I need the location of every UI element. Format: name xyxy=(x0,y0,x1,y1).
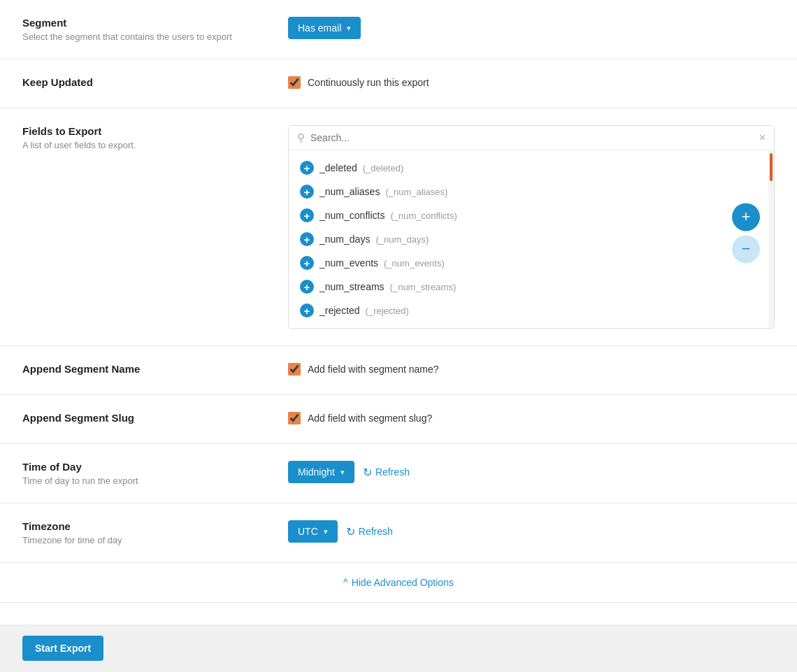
add-field-icon[interactable]: + xyxy=(300,280,314,294)
fields-label-group: Fields to Export A list of user fields t… xyxy=(22,125,288,150)
time-of-day-heading: Time of Day xyxy=(22,461,288,473)
segment-content: Has email ▾ xyxy=(288,17,775,39)
time-of-day-refresh-label: Refresh xyxy=(375,466,410,478)
timezone-section: Timezone Timezone for time of day UTC ▾ … xyxy=(0,503,797,563)
list-item[interactable]: + _rejected (_rejected) xyxy=(289,299,768,322)
time-of-day-dropdown-value: Midnight xyxy=(298,466,335,478)
fields-container: + _deleted (_deleted) + _num_aliases (_n… xyxy=(289,150,774,328)
keep-updated-checkbox[interactable] xyxy=(288,76,301,89)
field-name: _num_streams xyxy=(319,281,385,292)
field-key: (_rejected) xyxy=(366,306,409,316)
append-segment-slug-checkbox-row: Add field with segment slug? xyxy=(288,412,432,424)
chevron-down-icon: ▾ xyxy=(340,468,345,477)
field-name: _num_days xyxy=(319,234,370,245)
fields-description: A list of user fields to export. xyxy=(22,140,288,150)
field-name: _deleted xyxy=(319,162,357,173)
keep-updated-label-group: Keep Updated xyxy=(22,76,288,91)
list-item[interactable]: + _num_conflicts (_num_conflicts) xyxy=(289,203,768,227)
keep-updated-checkbox-label[interactable]: Continuously run this export xyxy=(308,77,429,88)
list-item[interactable]: + _num_days (_num_days) xyxy=(289,227,768,251)
slider-plus-button[interactable]: + xyxy=(732,203,760,231)
time-of-day-content: Midnight ▾ ↻ Refresh xyxy=(288,461,775,483)
slider-minus-button[interactable]: − xyxy=(732,235,760,263)
append-segment-name-label[interactable]: Add field with segment name? xyxy=(308,364,439,375)
append-segment-name-label-group: Append Segment Name xyxy=(22,363,288,378)
main-content: Segment Select the segment that contains… xyxy=(0,0,797,624)
footer: Start Export xyxy=(0,624,797,672)
field-name: _num_aliases xyxy=(319,186,380,197)
clear-search-icon[interactable]: × xyxy=(759,131,766,144)
time-of-day-description: Time of day to run the export xyxy=(22,476,288,486)
segment-heading: Segment xyxy=(22,17,288,29)
field-key: (_num_aliases) xyxy=(385,187,447,197)
hide-advanced-options-link[interactable]: ^ Hide Advanced Options xyxy=(343,577,454,588)
timezone-refresh-link[interactable]: ↻ Refresh xyxy=(346,525,393,538)
field-name: _num_events xyxy=(319,257,378,269)
append-segment-name-checkbox-row: Add field with segment name? xyxy=(288,363,439,376)
keep-updated-section: Keep Updated Continuously run this expor… xyxy=(0,59,797,108)
append-segment-name-checkbox[interactable] xyxy=(288,363,301,376)
append-segment-slug-checkbox[interactable] xyxy=(288,412,301,424)
timezone-label-group: Timezone Timezone for time of day xyxy=(22,520,288,545)
append-segment-name-heading: Append Segment Name xyxy=(22,363,288,375)
append-segment-slug-label[interactable]: Add field with segment slug? xyxy=(308,413,432,424)
keep-updated-checkbox-row: Continuously run this export xyxy=(288,76,429,89)
timezone-refresh-label: Refresh xyxy=(359,526,393,537)
timezone-dropdown-value: UTC xyxy=(298,526,318,537)
slider-controls: + − xyxy=(732,203,760,263)
time-of-day-refresh-link[interactable]: ↻ Refresh xyxy=(363,466,410,479)
fields-search-bar: ⚲ × xyxy=(289,126,774,150)
chevron-down-icon: ▾ xyxy=(324,527,328,536)
field-name: _num_conflicts xyxy=(319,210,385,221)
field-key: (_num_days) xyxy=(375,234,429,245)
add-field-icon[interactable]: + xyxy=(300,256,314,270)
append-segment-slug-section: Append Segment Slug Add field with segme… xyxy=(0,395,797,444)
timezone-description: Timezone for time of day xyxy=(22,535,288,545)
fields-to-export-section: Fields to Export A list of user fields t… xyxy=(0,108,797,346)
timezone-dropdown[interactable]: UTC ▾ xyxy=(288,520,338,543)
scroll-thumb xyxy=(770,153,773,181)
append-segment-slug-heading: Append Segment Slug xyxy=(22,412,288,424)
keep-updated-content: Continuously run this export xyxy=(288,76,775,89)
hide-advanced-options-label: Hide Advanced Options xyxy=(352,577,454,588)
field-key: (_num_events) xyxy=(384,258,445,269)
hide-advanced-options-section: ^ Hide Advanced Options xyxy=(0,563,797,603)
time-of-day-label-group: Time of Day Time of day to run the expor… xyxy=(22,461,288,486)
list-item[interactable]: + _num_streams (_num_streams) xyxy=(289,275,768,299)
add-field-icon[interactable]: + xyxy=(300,161,314,175)
segment-label-group: Segment Select the segment that contains… xyxy=(22,17,288,42)
timezone-heading: Timezone xyxy=(22,520,288,532)
segment-description: Select the segment that contains the use… xyxy=(22,31,288,42)
search-icon: ⚲ xyxy=(297,131,305,144)
append-segment-slug-label-group: Append Segment Slug xyxy=(22,412,288,427)
fields-heading: Fields to Export xyxy=(22,125,288,137)
add-field-icon[interactable]: + xyxy=(300,232,314,246)
add-field-icon[interactable]: + xyxy=(300,185,314,199)
list-item[interactable]: + _deleted (_deleted) xyxy=(289,156,768,180)
fields-search-input[interactable] xyxy=(310,132,759,143)
refresh-icon: ↻ xyxy=(363,466,372,479)
time-of-day-dropdown[interactable]: Midnight ▾ xyxy=(288,461,354,483)
keep-updated-heading: Keep Updated xyxy=(22,76,288,88)
time-of-day-section: Time of Day Time of day to run the expor… xyxy=(0,444,797,503)
start-export-button[interactable]: Start Export xyxy=(22,636,103,661)
fields-box: ⚲ × + _deleted (_deleted) xyxy=(288,125,775,329)
add-field-icon[interactable]: + xyxy=(300,208,314,222)
append-segment-name-content: Add field with segment name? xyxy=(288,363,775,376)
list-item[interactable]: + _num_events (_num_events) xyxy=(289,251,768,275)
list-item[interactable]: + _num_aliases (_num_aliases) xyxy=(289,180,768,203)
segment-section: Segment Select the segment that contains… xyxy=(0,0,797,59)
segment-dropdown-value: Has email xyxy=(298,22,341,34)
page-wrapper: Segment Select the segment that contains… xyxy=(0,0,797,672)
field-key: (_num_streams) xyxy=(390,282,457,292)
fields-content: ⚲ × + _deleted (_deleted) xyxy=(288,125,775,329)
timezone-content: UTC ▾ ↻ Refresh xyxy=(288,520,775,543)
append-segment-slug-content: Add field with segment slug? xyxy=(288,412,775,424)
chevron-down-icon: ▾ xyxy=(347,24,351,33)
hide-advanced-chevron-icon: ^ xyxy=(343,577,348,588)
segment-dropdown[interactable]: Has email ▾ xyxy=(288,17,361,39)
field-name: _rejected xyxy=(319,305,360,316)
field-key: (_num_conflicts) xyxy=(390,210,457,221)
add-field-icon[interactable]: + xyxy=(300,303,314,317)
append-segment-name-section: Append Segment Name Add field with segme… xyxy=(0,346,797,395)
